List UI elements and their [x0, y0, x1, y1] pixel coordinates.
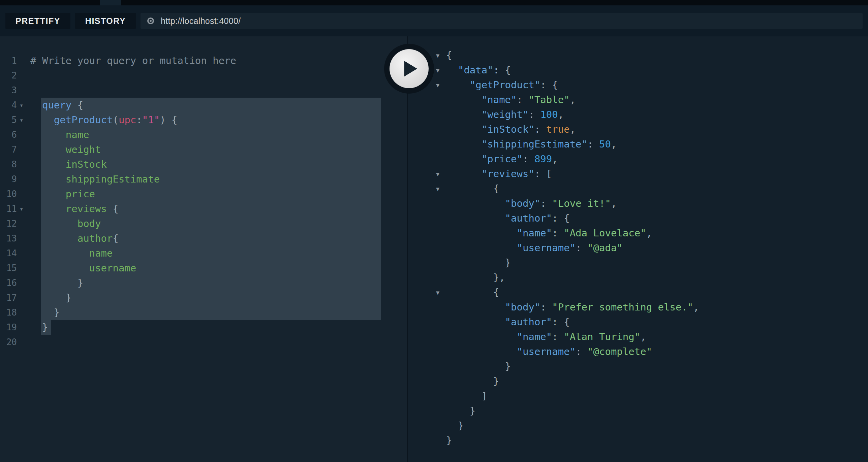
code-token [446, 138, 482, 150]
code-token: "1" [142, 114, 160, 126]
code-text: } [30, 290, 71, 305]
code-text: "author": { [446, 315, 570, 329]
editor-line[interactable]: 7 weight [0, 142, 407, 157]
editor-line[interactable]: 8 inStock [0, 157, 407, 172]
code-token: , [570, 124, 576, 135]
editor-line[interactable]: 6 name [0, 127, 407, 142]
code-token: true [546, 124, 570, 135]
code-token: } [78, 277, 83, 289]
fold-arrow-icon[interactable]: ▾ [20, 201, 23, 216]
history-button[interactable]: HISTORY [75, 13, 136, 29]
code-text: getProduct(upc:"1") { [30, 112, 178, 127]
editor-line[interactable]: 12 body [0, 216, 407, 231]
editor-line[interactable]: 5▾ getProduct(upc:"1") { [0, 112, 407, 127]
code-token: username [89, 262, 136, 274]
code-token [30, 292, 66, 303]
code-text: inStock [30, 157, 107, 172]
code-token [446, 420, 458, 431]
code-token: "body" [505, 198, 540, 209]
code-token: : { [552, 316, 569, 328]
result-line: ▼ "reviews": [ [408, 166, 868, 181]
code-text: } [446, 374, 499, 389]
code-token: : [523, 153, 534, 165]
editor-line[interactable]: 4▾ query { [0, 98, 407, 112]
response-pane: ▼{▼ "data": {▼ "getProduct": { "name": "… [407, 36, 868, 462]
code-token: "getProduct" [470, 79, 540, 91]
collapse-arrow-icon[interactable]: ▼ [436, 63, 439, 78]
code-token [446, 153, 482, 165]
code-token: ] [482, 390, 487, 402]
code-token: "name" [517, 331, 552, 342]
line-number: 3 [0, 83, 17, 98]
editor-line[interactable]: 13 author{ [0, 231, 407, 246]
code-token [446, 375, 493, 387]
result-line: ▼ "data": { [408, 63, 868, 77]
url-input[interactable] [160, 16, 856, 26]
code-token: 899 [534, 153, 552, 165]
collapse-arrow-icon[interactable]: ▼ [436, 167, 439, 182]
endpoint-url-bar[interactable] [141, 13, 863, 29]
fold-arrow-icon[interactable]: ▾ [20, 98, 23, 112]
code-token: { [71, 99, 83, 111]
code-text: } [446, 255, 511, 270]
result-line: }, [408, 270, 868, 285]
code-text: body [30, 216, 101, 231]
code-token: : { [540, 79, 558, 91]
editor-line[interactable]: 19 } [0, 320, 407, 335]
editor-line[interactable]: 9 shippingEstimate [0, 172, 407, 187]
code-token [30, 233, 78, 244]
code-token: { [493, 287, 499, 298]
line-number: 9 [0, 172, 17, 187]
code-token: "@complete" [587, 346, 652, 357]
editor-line[interactable]: 16 } [0, 275, 407, 290]
result-line: "author": { [408, 211, 868, 226]
code-token: "name" [482, 94, 517, 105]
code-token: shippingEstimate [66, 173, 160, 185]
result-line: ▼ "getProduct": { [408, 77, 868, 92]
query-editor-pane[interactable]: 1# Write your query or mutation here234▾… [0, 36, 407, 462]
editor-line[interactable]: 17 } [0, 290, 407, 305]
code-token: { [113, 233, 118, 244]
code-token: , [570, 94, 576, 105]
result-line: "weight": 100, [408, 107, 868, 122]
execute-button[interactable] [384, 44, 434, 94]
line-number: 13 [0, 231, 17, 246]
prettify-button[interactable]: PRETTIFY [5, 13, 70, 29]
editor-line[interactable]: 1# Write your query or mutation here [0, 53, 407, 68]
code-token: "data" [458, 64, 493, 76]
code-token: "weight" [482, 109, 529, 120]
play-icon [390, 49, 429, 88]
editor-line[interactable]: 14 name [0, 246, 407, 261]
result-line: "body": "Prefer something else.", [408, 300, 868, 315]
code-text: query { [30, 98, 83, 112]
code-token: } [446, 435, 452, 446]
collapse-arrow-icon[interactable]: ▼ [436, 78, 439, 93]
code-token: "reviews" [482, 168, 534, 179]
code-token [446, 94, 482, 105]
editor-line[interactable]: 2 [0, 68, 407, 83]
code-text: name [30, 246, 113, 261]
code-token: }, [493, 272, 505, 283]
code-token: : [576, 242, 587, 254]
collapse-arrow-icon[interactable]: ▼ [436, 182, 439, 196]
code-token: : [540, 301, 552, 313]
editor-line[interactable]: 11▾ reviews { [0, 201, 407, 216]
session-tab[interactable] [100, 0, 121, 5]
code-token: "username" [517, 346, 576, 357]
collapse-arrow-icon[interactable]: ▼ [436, 285, 439, 300]
code-token [446, 168, 482, 179]
collapse-arrow-icon[interactable]: ▼ [436, 48, 439, 63]
code-token: 50 [599, 138, 611, 150]
editor-line[interactable]: 18 } [0, 305, 407, 320]
code-token [446, 316, 505, 328]
code-token: , [552, 153, 558, 165]
code-token: "author" [505, 212, 552, 224]
fold-arrow-icon[interactable]: ▾ [20, 112, 23, 127]
editor-line[interactable]: 20 [0, 335, 407, 350]
selection-highlight [41, 98, 381, 112]
editor-line[interactable]: 15 username [0, 261, 407, 275]
line-number: 20 [0, 335, 17, 350]
editor-line[interactable]: 10 price [0, 187, 407, 201]
editor-line[interactable]: 3 [0, 83, 407, 98]
result-line: "inStock": true, [408, 122, 868, 137]
